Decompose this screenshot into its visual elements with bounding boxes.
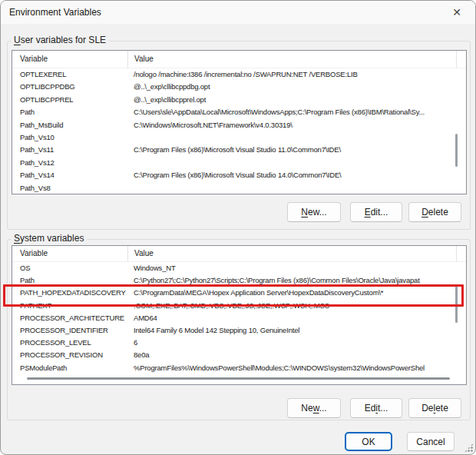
table-header: Variable Value <box>12 51 466 68</box>
environment-variables-dialog: Environment Variables ✕ User variables f… <box>0 0 476 455</box>
button-label: New... <box>301 403 326 413</box>
table-row[interactable]: Path_Vs14C:\Program Files (x86)\Microsof… <box>12 169 466 181</box>
table-row[interactable]: PATH_HOPEXDATADISCOVERYC:\ProgramData\ME… <box>12 287 466 299</box>
table-row[interactable]: PROCESSOR_IDENTIFIERIntel64 Family 6 Mod… <box>12 324 466 337</box>
vertical-scrollbar-thumb[interactable] <box>455 286 458 323</box>
ok-button[interactable]: OK <box>345 432 392 451</box>
value-cell: .COM;.EXE;.BAT;.CMD;.VBS;.VBE;.JS;.JSE;.… <box>127 300 466 312</box>
system-new-button[interactable]: New... <box>287 398 341 418</box>
table-row[interactable]: OPTLIBCPPREL@..\_exp\cllibcpprel.opt <box>12 94 466 106</box>
variable-cell: Path_Vs12 <box>12 157 127 169</box>
title-bar[interactable]: Environment Variables ✕ <box>1 1 475 24</box>
value-cell: C:\Users\sle\AppData\Local\Microsoft\Win… <box>127 106 466 118</box>
variable-cell: Path_Vs11 <box>12 144 127 156</box>
value-cell: C:\Program Files (x86)\Microsoft Visual … <box>127 169 466 181</box>
horizontal-scrollbar[interactable] <box>13 377 465 384</box>
variable-cell: Path_Vs14 <box>12 169 127 181</box>
value-cell <box>127 182 466 194</box>
table-header: Variable Value <box>12 246 466 262</box>
close-icon: ✕ <box>452 6 461 18</box>
column-header-value[interactable]: Value <box>127 246 457 261</box>
mnemonic: U <box>14 35 21 45</box>
table-row[interactable]: PathC:\Python27\;C:\Python27\Scripts;C:\… <box>12 274 466 287</box>
variable-cell: PATH_HOPEXDATADISCOVERY <box>12 287 127 299</box>
column-header-variable[interactable]: Variable <box>12 246 127 261</box>
window-title: Environment Variables <box>9 7 101 18</box>
mnemonic: E <box>365 207 371 218</box>
value-cell: 6 <box>127 337 466 349</box>
mnemonic: D <box>421 207 428 218</box>
value-cell: C:\Program Files (x86)\Microsoft Visual … <box>127 144 466 156</box>
system-variables-table[interactable]: Variable Value OSWindows_NTPathC:\Python… <box>12 245 467 385</box>
table-row[interactable]: OPTLIBCPPDBG@..\_exp\cllibcppdbg.opt <box>12 81 466 93</box>
variable-cell: OPTLIBCPPDBG <box>12 81 127 93</box>
value-cell: %ProgramFiles%\WindowsPowerShell\Modules… <box>127 362 466 374</box>
mnemonic: N <box>301 207 308 218</box>
horizontal-scrollbar-thumb[interactable] <box>27 377 450 380</box>
label-part: ser variables for SLE <box>21 35 106 45</box>
table-row[interactable]: Path_MsBuildC:\Windows\Microsoft.NET\Fra… <box>12 119 466 131</box>
table-row[interactable]: OPTLEXEREL/nologo /machine:I386 /increme… <box>12 68 466 81</box>
table-row[interactable]: Path_Vs10 <box>12 131 466 144</box>
table-rows: OPTLEXEREL/nologo /machine:I386 /increme… <box>12 68 466 194</box>
value-cell: C:\Python27\;C:\Python27\Scripts;C:\Prog… <box>127 274 466 287</box>
value-cell <box>127 157 466 169</box>
button-label: New... <box>301 207 326 218</box>
system-delete-button[interactable]: Delete <box>408 398 461 418</box>
resize-grip-icon[interactable] <box>464 443 473 452</box>
table-row[interactable]: PSModulePath%ProgramFiles%\WindowsPowerS… <box>12 362 466 374</box>
variable-cell: PATHEXT <box>12 300 127 312</box>
table-row[interactable]: PROCESSOR_ARCHITECTUREAMD64 <box>12 312 466 324</box>
variable-cell: PROCESSOR_IDENTIFIER <box>12 324 127 337</box>
variable-cell: OS <box>12 262 127 274</box>
variable-cell: PROCESSOR_ARCHITECTURE <box>12 312 127 324</box>
variable-cell: Path_MsBuild <box>12 119 127 131</box>
vertical-scrollbar-thumb[interactable] <box>455 134 458 167</box>
table-row[interactable]: OSWindows_NT <box>12 262 466 274</box>
variable-cell: Path_Vs10 <box>12 131 127 144</box>
column-header-value[interactable]: Value <box>127 51 457 68</box>
user-variables-label: User variables for SLE <box>11 35 109 46</box>
value-cell: Windows_NT <box>127 262 466 274</box>
user-delete-button[interactable]: Delete <box>408 202 461 222</box>
variable-cell: Path_Vs8 <box>12 182 127 194</box>
table-row[interactable]: PROCESSOR_REVISION8e0a <box>12 349 466 361</box>
user-new-button[interactable]: New... <box>287 202 341 222</box>
value-cell: /nologo /machine:I386 /incremental:no /S… <box>127 68 466 81</box>
mnemonic: S <box>14 233 20 244</box>
value-cell: AMD64 <box>127 312 466 324</box>
value-cell <box>127 131 466 144</box>
value-cell: @..\_exp\cllibcpprel.opt <box>127 94 466 106</box>
variable-cell: PSModulePath <box>12 362 127 374</box>
table-rows: OSWindows_NTPathC:\Python27\;C:\Python27… <box>12 262 466 385</box>
variable-cell: OPTLEXEREL <box>12 68 127 81</box>
system-variables-label: System variables <box>11 233 87 244</box>
user-variables-table[interactable]: Variable Value OPTLEXEREL/nologo /machin… <box>12 50 467 194</box>
variable-cell: OPTLIBCPPREL <box>12 94 127 106</box>
button-label: Edit... <box>365 207 388 218</box>
button-label: Delete <box>421 207 448 218</box>
button-label: Edit... <box>365 403 388 413</box>
table-row[interactable]: Path_Vs8 <box>12 182 466 194</box>
variable-cell: Path <box>12 274 127 287</box>
value-cell: @..\_exp\cllibcppdbg.opt <box>127 81 466 93</box>
close-button[interactable]: ✕ <box>440 1 474 24</box>
value-cell: C:\ProgramData\MEGA\Hopex Application Se… <box>127 287 466 299</box>
label-part: ystem variables <box>20 233 84 244</box>
user-edit-button[interactable]: Edit... <box>350 202 402 222</box>
value-cell: 8e0a <box>127 349 466 361</box>
variable-cell: PROCESSOR_REVISION <box>12 349 127 361</box>
system-edit-button[interactable]: Edit... <box>350 398 402 418</box>
mnemonic: w <box>313 403 319 413</box>
table-row[interactable]: PATHEXT.COM;.EXE;.BAT;.CMD;.VBS;.VBE;.JS… <box>12 300 466 312</box>
column-header-variable[interactable]: Variable <box>12 51 127 68</box>
table-row[interactable]: PathC:\Users\sle\AppData\Local\Microsoft… <box>12 106 466 118</box>
variable-cell: PROCESSOR_LEVEL <box>12 337 127 349</box>
cancel-button[interactable]: Cancel <box>407 432 455 451</box>
value-cell: Intel64 Family 6 Model 142 Stepping 10, … <box>127 324 466 337</box>
table-row[interactable]: Path_Vs11C:\Program Files (x86)\Microsof… <box>12 144 466 156</box>
table-row[interactable]: Path_Vs12 <box>12 157 466 169</box>
variable-cell: Path <box>12 106 127 118</box>
button-label: Delete <box>421 403 448 413</box>
table-row[interactable]: PROCESSOR_LEVEL6 <box>12 337 466 349</box>
